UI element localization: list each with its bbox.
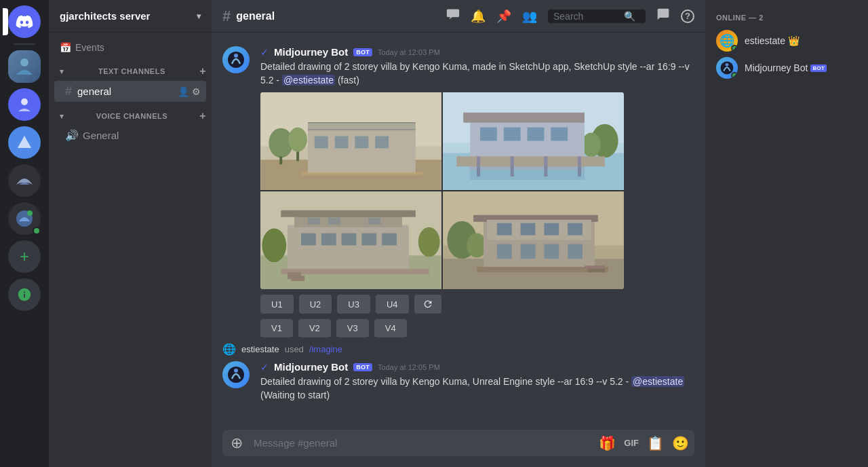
server-header[interactable]: gjarchitects server ▾	[49, 0, 212, 33]
svg-rect-49	[291, 276, 304, 281]
server-icon-3[interactable]	[8, 126, 41, 159]
u1-button[interactable]: U1	[260, 295, 294, 314]
variation-button-row: V1 V2 V3 V4	[260, 319, 694, 337]
used-text: used	[285, 344, 304, 354]
voice-speaker-icon: 🔊	[65, 129, 79, 142]
input-icons: 🎁 GIF 📋 🙂	[599, 435, 689, 451]
message-group-1: ✓ Midjourney Bot BOT Today at 12:03 PM D…	[212, 43, 705, 340]
server-icon-2[interactable]	[8, 88, 41, 121]
voice-channel-name: General	[83, 130, 201, 141]
server-icon-gjarchitects[interactable]	[8, 50, 41, 83]
add-server-button[interactable]: +	[8, 240, 41, 273]
header-hash-icon: #	[222, 7, 231, 25]
u3-button[interactable]: U3	[337, 295, 370, 314]
u4-button[interactable]: U4	[376, 295, 409, 314]
svg-rect-32	[504, 128, 521, 141]
inbox-icon[interactable]	[656, 7, 670, 24]
collapse-icon: ▾	[60, 67, 64, 76]
avatar-midjourney	[222, 46, 250, 73]
image-cell-4[interactable]	[443, 191, 624, 289]
message-input[interactable]	[251, 430, 593, 456]
search-input[interactable]	[553, 11, 621, 22]
svg-rect-70	[568, 223, 583, 236]
members-section-header: ONLINE — 2	[711, 11, 863, 24]
svg-marker-2	[18, 136, 31, 148]
header-channel-title: general	[236, 10, 275, 22]
svg-rect-50	[301, 234, 316, 246]
svg-rect-16	[315, 136, 328, 149]
verified-icon-2: ✓	[260, 362, 269, 373]
channel-name: general	[77, 86, 174, 97]
message-meta-2: ✓ Midjourney Bot BOT Today at 12:05 PM	[260, 361, 694, 373]
settings-icon[interactable]: ⚙	[192, 86, 201, 97]
image-cell-2[interactable]	[443, 92, 624, 190]
member-item-estiestate[interactable]: 🌐 estiestate 👑	[711, 27, 863, 54]
add-voice-channel-button[interactable]: +	[199, 110, 206, 122]
member-avatar-estiestate: 🌐	[716, 30, 738, 52]
svg-point-6	[234, 54, 238, 58]
upscale-button-row-1: U1 U2 U3 U4	[260, 295, 694, 314]
events-icon: 📅	[60, 42, 71, 53]
text-channels-header[interactable]: ▾ TEXT CHANNELS +	[49, 62, 212, 80]
author-midjourney-2: Midjourney Bot	[274, 361, 348, 373]
message-content-1: ✓ Midjourney Bot BOT Today at 12:03 PM D…	[260, 46, 694, 337]
channel-item-voice-general[interactable]: 🔊 General	[54, 126, 206, 145]
members-icon[interactable]: 👥	[522, 9, 537, 24]
svg-rect-46	[281, 210, 416, 217]
sticker-icon[interactable]: 📋	[647, 435, 664, 451]
emoji-icon[interactable]: 🙂	[672, 435, 689, 451]
used-by-username: estiestate	[241, 344, 279, 354]
server-bar: +	[0, 0, 49, 467]
discord-home-button[interactable]	[8, 5, 41, 38]
server-name: gjarchitects server	[60, 10, 150, 22]
svg-rect-47	[281, 269, 429, 274]
svg-rect-13	[296, 152, 299, 162]
u2-button[interactable]: U2	[299, 295, 332, 314]
v1-button[interactable]: V1	[260, 319, 293, 337]
gif-icon[interactable]: GIF	[624, 438, 639, 448]
bell-icon[interactable]: 🔔	[471, 9, 486, 24]
search-box[interactable]: 🔍	[548, 10, 646, 23]
v3-button[interactable]: V3	[336, 319, 369, 337]
refresh-button[interactable]	[414, 295, 441, 314]
discover-servers-button[interactable]	[8, 278, 41, 311]
svg-rect-30	[463, 113, 585, 123]
member-bot-badge: BOT	[810, 64, 827, 72]
command-text: /imagine	[309, 344, 342, 354]
events-item[interactable]: 📅 Events	[49, 38, 212, 57]
image-grid	[260, 92, 624, 289]
pin-icon[interactable]: 📌	[496, 9, 511, 24]
svg-point-78	[234, 369, 238, 373]
add-file-button[interactable]: ⊕	[228, 434, 245, 452]
add-channel-button[interactable]: +	[199, 65, 206, 77]
svg-rect-33	[528, 128, 545, 141]
user-emoji: 🌐	[222, 343, 236, 356]
image-cell-1[interactable]	[260, 92, 441, 190]
svg-point-0	[20, 58, 28, 67]
svg-rect-68	[521, 223, 536, 236]
user-icon: 👤	[178, 86, 189, 97]
image-cell-3[interactable]	[260, 191, 441, 289]
v2-button[interactable]: V2	[298, 319, 331, 337]
channel-item-general[interactable]: # general 👤 ⚙	[54, 81, 206, 102]
member-avatar-mj	[716, 57, 738, 79]
svg-point-80	[726, 63, 729, 67]
svg-rect-14	[308, 130, 416, 174]
crown-icon: 👑	[788, 35, 800, 46]
header-icons: 🔔 📌 👥 🔍 ?	[446, 7, 694, 24]
threads-icon[interactable]	[446, 7, 460, 24]
chat-messages[interactable]: ✓ Midjourney Bot BOT Today at 12:03 PM D…	[212, 33, 705, 430]
help-icon[interactable]: ?	[681, 10, 694, 23]
bot-badge: BOT	[353, 48, 372, 56]
gift-icon[interactable]: 🎁	[599, 435, 616, 451]
voice-channels-section: ▾ VOICE CHANNELS + 🔊 General	[49, 107, 212, 145]
server-chevron: ▾	[197, 12, 201, 21]
message-input-bar: ⊕ 🎁 GIF 📋 🙂	[212, 430, 705, 467]
message-text-2: Detailed drawing of 2 storey villa by Ke…	[260, 375, 694, 402]
v4-button[interactable]: V4	[374, 319, 407, 337]
mention-2: @estiestate	[631, 376, 684, 387]
svg-rect-74	[568, 244, 583, 259]
voice-channels-header[interactable]: ▾ VOICE CHANNELS +	[49, 107, 212, 125]
member-item-midjourney-bot[interactable]: Midjourney Bot BOT	[711, 54, 863, 81]
server-icon-4[interactable]	[8, 164, 41, 197]
